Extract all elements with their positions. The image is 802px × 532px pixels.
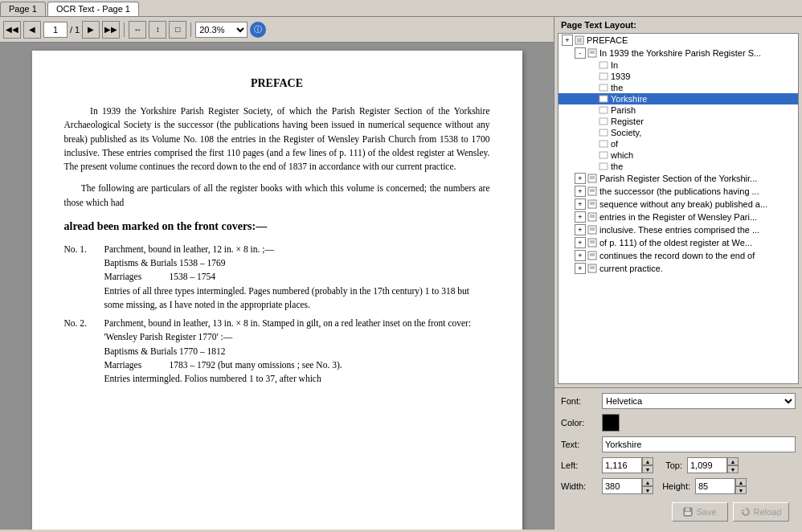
tree-label-of: of <box>611 139 618 149</box>
expand-in1939[interactable]: - <box>575 47 586 59</box>
reload-button[interactable]: Reload <box>733 502 789 522</box>
tree-item-1939[interactable]: 1939 <box>559 71 798 82</box>
svg-rect-15 <box>599 152 608 158</box>
tree-item-parish[interactable]: Parish <box>559 104 798 116</box>
expand-successor[interactable]: + <box>575 186 586 197</box>
svg-rect-16 <box>599 163 608 170</box>
word-icon-1939 <box>599 72 608 81</box>
expand-current[interactable]: + <box>575 263 586 274</box>
save-button[interactable]: Save <box>672 502 728 522</box>
top-up-btn[interactable]: ▲ <box>727 457 739 465</box>
save-icon <box>683 507 693 517</box>
font-select[interactable]: Helvetica Times New Roman Arial <box>602 393 796 409</box>
right-panel: Page Text Layout: + PREFACE - In 193 <box>554 17 802 530</box>
tree-item-which[interactable]: which <box>559 149 798 161</box>
tree-item-parish-reg-section[interactable]: + Parish Register Section of the Yorkshi… <box>559 172 798 185</box>
page-view-button[interactable]: □ <box>169 21 186 39</box>
expand-entries[interactable]: + <box>575 211 586 223</box>
doc-panel: ◀◀ ◀ 1 / 1 ▶ ▶▶ ↔ ↕ □ 20.3% 50% 75% 100%… <box>0 17 554 530</box>
top-down-btn[interactable]: ▼ <box>727 465 739 473</box>
fit-width-button[interactable]: ↔ <box>129 21 146 39</box>
left-input[interactable] <box>602 457 642 473</box>
tree-label-register: Register <box>611 117 644 126</box>
list-content-1: Parchment, bound in leather, 12 in. × 8 … <box>104 243 490 312</box>
zoom-select[interactable]: 20.3% 50% 75% 100% 150% 200% <box>195 22 248 38</box>
svg-rect-11 <box>599 107 608 113</box>
tree-item-successor[interactable]: + the successor (the publications having… <box>559 185 798 198</box>
color-swatch[interactable] <box>602 414 620 432</box>
tree-label-yorkshire: Yorkshire <box>611 94 647 104</box>
expand-preface[interactable]: + <box>562 35 573 46</box>
section-label: Page Text Layout: <box>554 17 802 33</box>
height-input[interactable] <box>695 478 735 494</box>
svg-rect-9 <box>599 84 608 91</box>
action-buttons: Save Reload <box>561 499 796 525</box>
height-down-btn[interactable]: ▼ <box>735 486 747 494</box>
prev-page-button[interactable]: ◀ <box>23 21 41 39</box>
expand-parish-reg[interactable]: + <box>575 173 586 184</box>
tabs-bar: Page 1 OCR Text - Page 1 <box>0 0 802 17</box>
tree-label-inclusive: inclusive. These entries comprised the .… <box>599 225 759 235</box>
left-label: Left: <box>561 460 597 470</box>
tree-label-preface: PREFACE <box>587 35 628 45</box>
tree-item-register[interactable]: Register <box>559 116 798 127</box>
width-input[interactable] <box>602 478 642 494</box>
svg-rect-12 <box>599 118 608 125</box>
tree-item-the[interactable]: the <box>559 82 798 93</box>
tree-item-ofp111[interactable]: + of p. 111) of the oldest register at W… <box>559 236 798 249</box>
toolbar: ◀◀ ◀ 1 / 1 ▶ ▶▶ ↔ ↕ □ 20.3% 50% 75% 100%… <box>0 17 554 43</box>
list-num-1: No. 1. <box>64 243 104 312</box>
word-icon-society <box>599 128 608 137</box>
last-page-button[interactable]: ▶▶ <box>102 21 120 39</box>
left-down-btn[interactable]: ▼ <box>642 465 653 473</box>
doc-content[interactable]: PREFACE In 1939 the Yorkshire Parish Reg… <box>0 43 554 530</box>
tree-item-current[interactable]: + current practice. <box>559 262 798 275</box>
tab-page1[interactable]: Page 1 <box>0 2 46 16</box>
top-label: Top: <box>658 460 682 470</box>
tree-item-sequence[interactable]: + sequence without any break) published … <box>559 198 798 211</box>
svg-rect-43 <box>685 512 691 515</box>
tree-item-of[interactable]: of <box>559 138 798 149</box>
expand-ofp111[interactable]: + <box>575 237 586 248</box>
expand-continues[interactable]: + <box>575 250 586 261</box>
fit-height-button[interactable]: ↕ <box>149 21 166 39</box>
doc-icon-parish-reg <box>587 174 597 183</box>
tree-item-yorkshire[interactable]: Yorkshire <box>559 93 798 104</box>
top-spinner: ▲ ▼ <box>727 457 739 473</box>
expand-inclusive[interactable]: + <box>575 224 586 235</box>
word-icon-the <box>599 83 608 92</box>
top-field-group: ▲ ▼ <box>687 457 739 473</box>
doc-icon-successor <box>587 186 597 196</box>
expand-sequence[interactable]: + <box>575 198 586 210</box>
tree-item-continues[interactable]: + continues the record down to the end o… <box>559 249 798 262</box>
tree-item-in1939[interactable]: - In 1939 the Yorkshire Parish Register … <box>559 47 798 59</box>
tree-item-in[interactable]: In <box>559 59 798 71</box>
tree-item-the2[interactable]: the <box>559 161 798 172</box>
width-up-btn[interactable]: ▲ <box>642 478 653 486</box>
first-page-button[interactable]: ◀◀ <box>3 21 21 39</box>
text-label: Text: <box>561 440 597 449</box>
left-spinner: ▲ ▼ <box>642 457 653 473</box>
tree-item-preface[interactable]: + PREFACE <box>559 34 798 47</box>
page-number-input[interactable]: 1 <box>43 22 68 38</box>
tab-ocr[interactable]: OCR Text - Page 1 <box>47 2 139 16</box>
tree-item-inclusive[interactable]: + inclusive. These entries comprised the… <box>559 223 798 236</box>
properties-section: Font: Helvetica Times New Roman Arial Co… <box>554 388 802 530</box>
left-up-btn[interactable]: ▲ <box>642 457 653 465</box>
doc-page: PREFACE In 1939 the Yorkshire Parish Reg… <box>32 51 522 530</box>
tree-item-society[interactable]: Society, <box>559 127 798 138</box>
font-row: Font: Helvetica Times New Roman Arial <box>561 393 796 409</box>
tree-label-sequence: sequence without any break) published a.… <box>599 199 767 209</box>
tree-label-parish-reg: Parish Register Section of the Yorkshir.… <box>599 174 757 183</box>
doc-icon-inclusive <box>587 225 597 235</box>
next-page-button[interactable]: ▶ <box>82 21 100 39</box>
top-input[interactable] <box>687 457 727 473</box>
tree-container[interactable]: + PREFACE - In 1939 the Yorkshire Parish… <box>558 33 799 384</box>
height-up-btn[interactable]: ▲ <box>735 478 747 486</box>
tree-item-entries[interactable]: + entries in the Register of Wensley Par… <box>559 211 798 223</box>
tree-label-the2: the <box>611 162 623 171</box>
word-icon-register <box>599 117 608 126</box>
text-input[interactable]: Yorkshire <box>602 436 796 452</box>
width-down-btn[interactable]: ▼ <box>642 486 653 494</box>
info-button[interactable]: ⓘ <box>250 22 266 38</box>
